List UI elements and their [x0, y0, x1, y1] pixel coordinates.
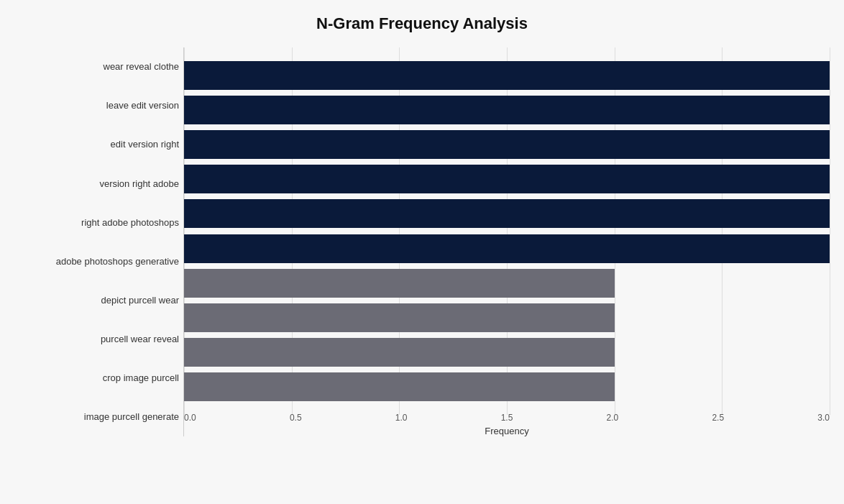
y-label: edit version right: [14, 125, 179, 164]
y-axis: wear reveal clotheleave edit versionedit…: [14, 47, 183, 436]
x-tick: 2.0: [607, 413, 619, 423]
bar-dark: [184, 96, 830, 124]
x-tick: 0.5: [290, 413, 302, 423]
y-label: right adobe photoshops: [14, 203, 179, 242]
chart-title: N-Gram Frequency Analysis: [14, 14, 830, 33]
bar-dark: [184, 234, 830, 263]
y-label: crop image purcell: [14, 359, 179, 398]
bar-row: [184, 96, 830, 124]
x-axis-label: Frequency: [184, 426, 830, 436]
bar-row: [184, 234, 830, 263]
x-tick: 1.0: [395, 413, 408, 423]
bar-row: [184, 165, 830, 193]
bars-container: [184, 58, 830, 404]
bar-row: [184, 130, 830, 159]
bar-row: [184, 338, 830, 367]
plot-area: 0.00.51.01.52.02.53.0 Frequency: [183, 47, 830, 436]
bar-row: [184, 61, 830, 90]
y-label: version right adobe: [14, 164, 179, 203]
chart-area: wear reveal clotheleave edit versionedit…: [14, 47, 830, 436]
y-label: leave edit version: [14, 86, 179, 125]
bar-row: [184, 269, 830, 298]
y-label: depict purcell wear: [14, 281, 179, 320]
bar-dark: [184, 61, 830, 90]
y-label: image purcell generate: [14, 398, 179, 436]
x-tick: 3.0: [817, 413, 830, 423]
bar-row: [184, 372, 830, 401]
x-axis: 0.00.51.01.52.02.53.0 Frequency: [184, 415, 830, 436]
y-label: wear reveal clothe: [14, 47, 179, 86]
bar-row: [184, 303, 830, 332]
grid-line: [830, 47, 830, 415]
y-label: adobe photoshops generative: [14, 242, 179, 280]
x-tick: 0.0: [184, 413, 196, 423]
bar-gray: [184, 372, 615, 401]
bar-gray: [184, 338, 615, 367]
x-ticks: 0.00.51.01.52.02.53.0: [184, 410, 830, 423]
y-label: purcell wear reveal: [14, 320, 179, 359]
bar-dark: [184, 165, 830, 193]
bar-gray: [184, 303, 615, 332]
bar-gray: [184, 269, 615, 298]
chart-container: N-Gram Frequency Analysis wear reveal cl…: [0, 0, 844, 504]
bar-row: [184, 199, 830, 228]
bar-dark: [184, 130, 830, 159]
bar-dark: [184, 199, 830, 228]
x-tick: 1.5: [501, 413, 513, 423]
x-tick: 2.5: [712, 413, 724, 423]
